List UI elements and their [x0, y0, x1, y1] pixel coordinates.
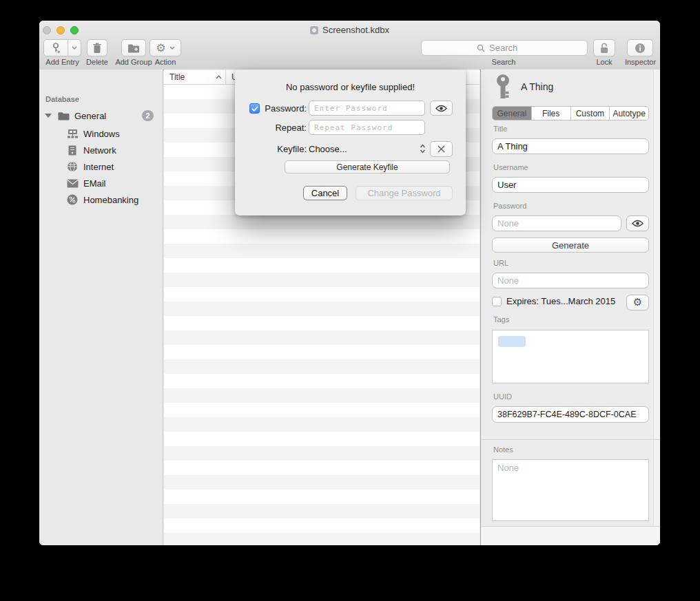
search-icon [477, 44, 485, 52]
window-title-area: Screenshot.kdbx [39, 25, 660, 35]
column-header-title[interactable]: Title [164, 70, 226, 84]
tab-general[interactable]: General [493, 107, 532, 120]
change-password-sheet: No password or keyfile supplied! Passwor… [235, 70, 466, 215]
sort-ascending-icon [216, 75, 222, 79]
reveal-password-button[interactable] [626, 215, 649, 231]
delete-button[interactable] [87, 39, 107, 56]
password-field[interactable] [492, 215, 621, 231]
lock-open-icon [599, 43, 609, 54]
lock-button[interactable] [593, 39, 615, 56]
tag-chip[interactable] [498, 336, 526, 347]
info-icon [635, 43, 646, 54]
key-plus-icon [44, 40, 68, 56]
sheet-message: No password or keyfile supplied! [235, 82, 466, 92]
sidebar: Database General 2 Windows Network [39, 70, 163, 545]
generate-password-button[interactable]: Generate [492, 238, 649, 253]
lock-label: Lock [583, 58, 626, 66]
inspector-tabs: General Files Custom Autotype [492, 106, 649, 120]
cancel-button[interactable]: Cancel [303, 186, 347, 200]
checkmark-icon [251, 106, 258, 112]
disclosure-triangle-icon[interactable] [45, 114, 52, 118]
sidebar-group-general[interactable]: General 2 [39, 107, 163, 124]
server-icon [66, 144, 79, 156]
tab-files[interactable]: Files [532, 107, 571, 120]
repeat-row-label: Repeat: [249, 123, 307, 133]
title-field[interactable] [492, 138, 649, 154]
folder-plus-icon [127, 43, 140, 53]
uuid-label: UUID [493, 392, 512, 401]
keyfile-popup-value: Choose... [309, 144, 347, 154]
add-entry-dropdown[interactable] [68, 40, 81, 56]
sidebar-item-label: Network [83, 145, 116, 156]
entry-count-badge: 2 [142, 110, 154, 121]
action-label: Action [150, 58, 181, 66]
inspector-scrollbar[interactable] [653, 70, 660, 545]
stepper-icon [420, 144, 426, 154]
change-password-button[interactable]: Change Password [356, 186, 453, 200]
envelope-icon [66, 177, 79, 189]
sidebar-section-header: Database [45, 95, 79, 103]
sidebar-item-label: Homebanking [83, 195, 138, 205]
window-title: Screenshot.kdbx [322, 25, 389, 35]
inspector-panel: A Thing General Files Custom Autotype Ti… [480, 70, 660, 545]
folder-icon [57, 109, 70, 122]
tags-box[interactable] [492, 330, 649, 383]
sheet-reveal-password-button[interactable] [430, 101, 453, 116]
close-icon [438, 145, 445, 153]
title-field-label: Title [493, 125, 507, 133]
notes-field[interactable] [492, 459, 649, 521]
expires-settings-button[interactable]: ⚙ [626, 295, 649, 310]
clear-keyfile-button[interactable] [430, 141, 453, 157]
username-field[interactable] [492, 177, 649, 193]
inspector-label: Inspector [621, 58, 660, 66]
entry-title: A Thing [521, 81, 553, 92]
username-field-label: Username [493, 163, 528, 171]
url-field[interactable] [492, 273, 649, 288]
screen: Screenshot.kdbx Add Entry Delete [0, 0, 700, 601]
gear-icon: ⚙ [633, 297, 642, 308]
expires-row: Expires: Tues...March 2015 [492, 296, 615, 306]
keyfile-popup[interactable]: Choose... [309, 141, 426, 156]
sidebar-item-label: EMail [83, 178, 106, 189]
keyfile-row-label: Keyfile: [249, 144, 307, 154]
password-field-label: Password [493, 202, 526, 210]
uuid-field[interactable] [492, 406, 649, 423]
add-entry-label: Add Entry [43, 58, 81, 66]
tab-custom[interactable]: Custom [571, 107, 610, 120]
add-entry-button[interactable] [43, 39, 81, 56]
key-icon [494, 74, 512, 101]
eye-icon [435, 105, 447, 112]
chevron-down-icon [72, 46, 77, 50]
add-group-button[interactable] [121, 39, 146, 56]
password-checkbox[interactable] [249, 103, 260, 114]
notes-label: Notes [493, 445, 513, 454]
sidebar-group-label: General [74, 111, 106, 121]
sidebar-item-label: Windows [83, 129, 120, 139]
windows-group-icon [66, 127, 79, 140]
add-group-label: Add Group [113, 58, 154, 66]
expires-checkbox[interactable] [492, 297, 502, 306]
percent-icon [66, 193, 79, 206]
titlebar-toolbar: Screenshot.kdbx Add Entry Delete [39, 21, 660, 70]
password-row-label: Password: [261, 103, 307, 114]
tab-autotype[interactable]: Autotype [610, 107, 648, 120]
chevron-down-icon [169, 46, 175, 50]
eye-icon [632, 220, 644, 227]
tags-label: Tags [493, 315, 509, 324]
trash-icon [92, 43, 102, 54]
search-label: Search [421, 58, 586, 66]
inspector-button[interactable] [627, 39, 653, 56]
action-button[interactable]: ⚙ [150, 39, 181, 56]
gear-icon: ⚙ [156, 43, 165, 54]
delete-label: Delete [76, 58, 118, 66]
sheet-password-input[interactable] [309, 101, 425, 116]
sheet-repeat-input[interactable] [309, 120, 425, 135]
expires-label: Expires: Tues...March 2015 [506, 296, 615, 306]
search-field[interactable] [421, 40, 588, 56]
generate-keyfile-button[interactable]: Generate Keyfile [285, 160, 450, 173]
document-proxy-icon[interactable] [310, 26, 318, 34]
search-input[interactable] [488, 42, 532, 54]
url-field-label: URL [493, 259, 508, 267]
divider [481, 439, 660, 440]
inspector-footer [481, 527, 660, 545]
